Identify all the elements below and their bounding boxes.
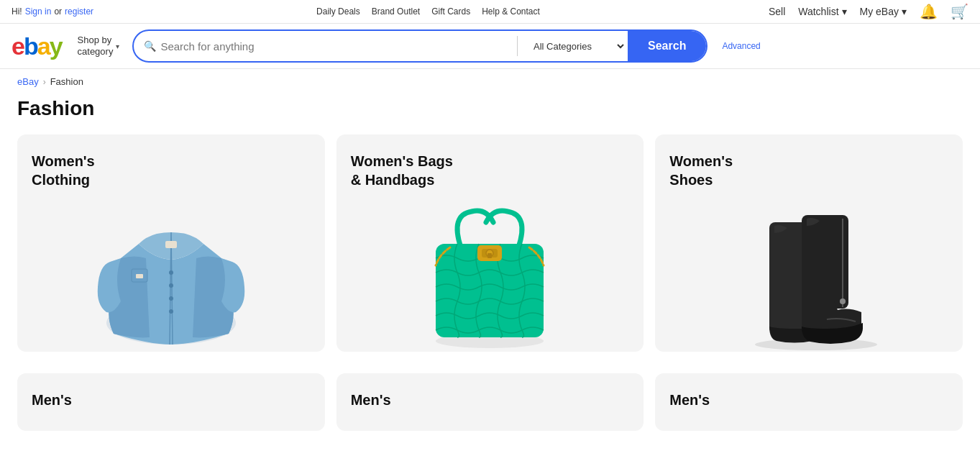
watchlist-label: Watchlist xyxy=(798,6,838,17)
gift-cards-link[interactable]: Gift Cards xyxy=(431,6,470,17)
svg-rect-17 xyxy=(802,215,848,309)
or-text: or xyxy=(54,6,62,17)
myebay-chevron-icon: ▾ xyxy=(902,6,907,17)
search-input-wrapper: 🔍 xyxy=(134,33,514,60)
shop-by-category-label: Shop bycategory xyxy=(78,35,114,57)
womens-shoes-image xyxy=(669,201,948,352)
help-contact-link[interactable]: Help & Contact xyxy=(482,6,540,17)
svg-rect-7 xyxy=(165,241,177,248)
svg-rect-6 xyxy=(136,274,143,278)
brand-outlet-link[interactable]: Brand Outlet xyxy=(372,6,420,17)
breadcrumb: eBay › Fashion xyxy=(0,69,980,94)
search-divider xyxy=(517,36,518,56)
daily-deals-link[interactable]: Daily Deals xyxy=(316,6,360,17)
logo-a: a xyxy=(37,34,50,58)
boots-illustration xyxy=(730,201,888,352)
svg-point-19 xyxy=(840,298,846,304)
svg-point-4 xyxy=(169,309,173,314)
category-card-mens-2[interactable]: Men's xyxy=(336,373,644,431)
search-bar: 🔍 All Categories Fashion Electronics Mot… xyxy=(132,29,707,63)
shop-by-category-button[interactable]: Shop bycategory ▾ xyxy=(73,32,124,60)
category-card-womens-bags[interactable]: Women's Bags& Handbags xyxy=(336,134,644,352)
logo-e: e xyxy=(12,34,24,58)
search-magnifier-icon: 🔍 xyxy=(144,40,156,52)
category-card-womens-shoes[interactable]: Women'sShoes xyxy=(655,134,963,352)
breadcrumb-home[interactable]: eBay xyxy=(17,76,39,87)
womens-clothing-title: Women'sClothing xyxy=(32,152,95,189)
svg-point-1 xyxy=(169,270,173,275)
ebay-logo[interactable]: ebay xyxy=(12,34,62,58)
mens-2-title: Men's xyxy=(351,391,391,409)
cart-icon[interactable]: 🛒 xyxy=(951,3,968,20)
category-card-mens-3[interactable]: Men's xyxy=(655,373,963,431)
logo-b: b xyxy=(24,34,37,58)
jacket-illustration xyxy=(92,201,250,352)
top-bar-links: Daily Deals Brand Outlet Gift Cards Help… xyxy=(316,6,540,17)
sell-link[interactable]: Sell xyxy=(769,6,785,17)
breadcrumb-current: Fashion xyxy=(50,76,83,87)
womens-clothing-image xyxy=(32,201,311,352)
category-card-mens-1[interactable]: Men's xyxy=(17,373,325,431)
page-title: Fashion xyxy=(0,94,980,134)
logo-y: y xyxy=(50,34,62,58)
notifications-bell-icon[interactable]: 🔔 xyxy=(920,3,938,20)
category-grid-top: Women'sClothing xyxy=(0,134,980,373)
bag-illustration xyxy=(411,201,569,352)
main-header: ebay Shop bycategory ▾ 🔍 All Categories … xyxy=(0,24,980,69)
womens-bags-title: Women's Bags& Handbags xyxy=(351,152,453,189)
top-bar: Hi! Sign in or register Daily Deals Bran… xyxy=(0,0,980,24)
myebay-link[interactable]: My eBay ▾ xyxy=(860,6,907,17)
category-grid-bottom: Men's Men's Men's xyxy=(0,373,980,438)
womens-shoes-title: Women'sShoes xyxy=(669,152,733,189)
svg-rect-13 xyxy=(487,253,492,258)
category-dropdown[interactable]: All Categories Fashion Electronics Motor… xyxy=(521,33,626,60)
womens-bags-image xyxy=(351,201,630,352)
mens-1-title: Men's xyxy=(32,391,72,409)
advanced-search-link[interactable]: Advanced xyxy=(722,41,760,51)
svg-point-3 xyxy=(169,296,173,301)
register-link[interactable]: register xyxy=(65,6,93,17)
top-bar-right-actions: Sell Watchlist ▾ My eBay ▾ 🔔 🛒 xyxy=(769,3,968,20)
top-bar-greeting: Hi! Sign in or register xyxy=(12,6,93,17)
breadcrumb-separator: › xyxy=(43,77,46,87)
signin-link[interactable]: Sign in xyxy=(25,6,52,17)
myebay-label: My eBay xyxy=(860,6,899,17)
search-input[interactable] xyxy=(160,33,514,60)
watchlist-chevron-icon: ▾ xyxy=(842,6,847,17)
greeting-text: Hi! xyxy=(12,6,22,17)
svg-point-2 xyxy=(169,283,173,288)
search-button[interactable]: Search xyxy=(628,31,706,61)
mens-3-title: Men's xyxy=(669,391,710,409)
category-card-womens-clothing[interactable]: Women'sClothing xyxy=(17,134,325,352)
shop-by-category-chevron-icon: ▾ xyxy=(116,42,119,50)
watchlist-link[interactable]: Watchlist ▾ xyxy=(798,6,846,17)
